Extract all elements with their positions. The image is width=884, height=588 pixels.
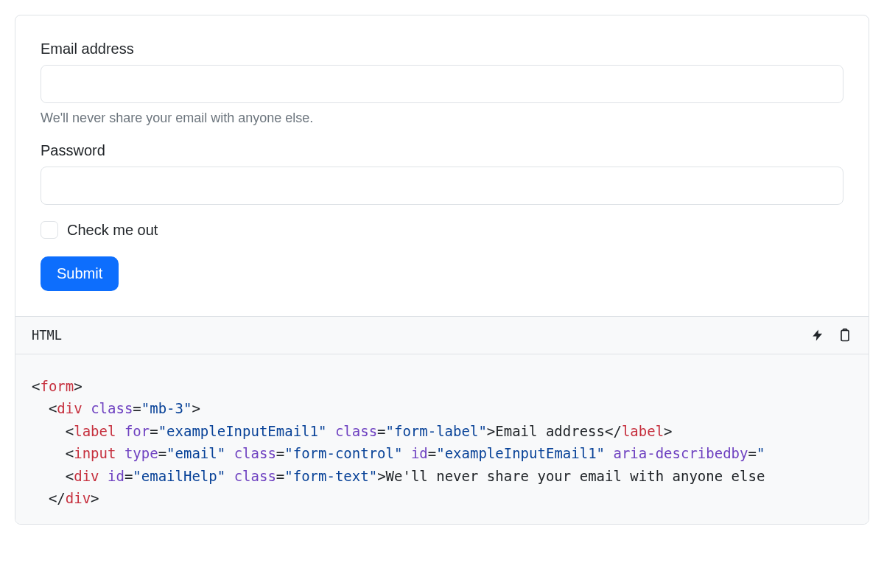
code-body: <form> <div class="mb-3"> <label for="ex… [15,354,869,524]
code-token: id [411,445,428,461]
clipboard-icon[interactable] [838,327,852,343]
code-token: "form-text" [284,468,377,484]
stackblitz-icon[interactable] [811,327,824,343]
code-token: label [622,423,664,439]
svg-rect-0 [841,330,849,340]
code-token: id [108,468,124,484]
code-token: form [40,378,74,394]
code-lang-label: HTML [32,328,62,343]
code-token: div [66,490,91,506]
code-header-actions [811,327,852,343]
code-token: "mb-3" [141,400,192,416]
email-group: Email address We'll never share your ema… [41,41,843,126]
submit-button[interactable]: Submit [41,256,119,291]
code-token: input [74,445,116,461]
code-token: We'll never share your email with anyone… [386,468,765,484]
code-token: class [91,400,133,416]
code-token: class [234,468,276,484]
email-label: Email address [41,41,843,57]
code-token: Email address [495,423,605,439]
password-group: Password [41,142,843,205]
code-token: div [74,468,99,484]
code-token: for [124,423,150,439]
code-header: HTML [15,316,869,354]
code-token: " [757,445,765,461]
code-token: "form-control" [284,445,402,461]
password-label: Password [41,142,843,159]
checkbox-label: Check me out [67,222,158,239]
code-token: "form-label" [386,423,487,439]
code-token: class [335,423,377,439]
code-token: class [234,445,276,461]
checkbox-input[interactable] [41,221,58,239]
checkbox-row: Check me out [41,221,843,239]
code-token: "email" [166,445,225,461]
email-help-text: We'll never share your email with anyone… [41,111,843,126]
code-token: "exampleInputEmail1" [436,445,605,461]
code-token: "emailHelp" [133,468,225,484]
example-card: Email address We'll never share your ema… [15,15,869,525]
form-preview: Email address We'll never share your ema… [15,15,869,316]
code-token: type [124,445,158,461]
code-token: aria-describedby [613,445,748,461]
code-token: label [74,423,116,439]
email-input[interactable] [41,65,843,103]
code-token: "exampleInputEmail1" [158,423,327,439]
code-token: div [57,400,82,416]
password-input[interactable] [41,167,843,205]
